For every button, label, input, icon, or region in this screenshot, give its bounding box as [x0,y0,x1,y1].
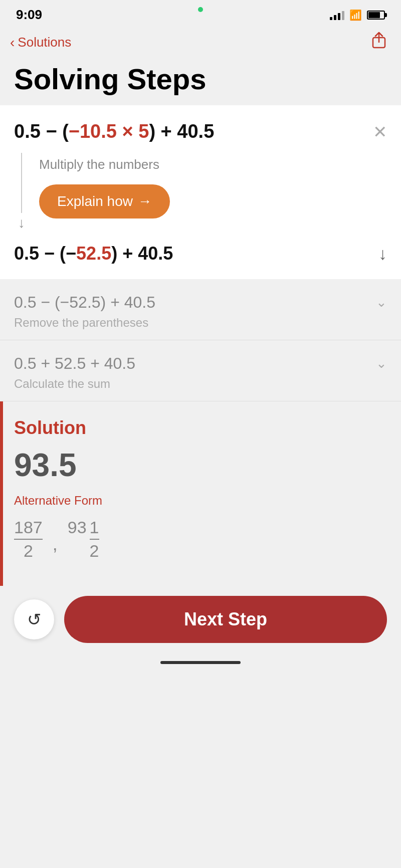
status-time: 9:09 [16,7,42,23]
step-description: Multiply the numbers [39,157,387,172]
step-line-column: ↓ [14,153,29,231]
down-arrow-icon: ↓ [18,215,25,231]
signal-icon [330,10,344,20]
collapsed-desc-2: Calculate the sum [14,377,387,391]
explain-how-button[interactable]: Explain how → [39,184,170,219]
step-expression: 0.5 − (−10.5 × 5) + 40.5 [14,120,214,143]
chevron-down-icon-1: ⌄ [376,295,387,310]
step-body: Multiply the numbers Explain how → [29,153,387,231]
page-title-area: Solving Steps [0,58,401,105]
mixed-frac-num: 1 [90,518,99,537]
chevron-down-icon-2: ⌄ [376,356,387,371]
expression-row: 0.5 − (−10.5 × 5) + 40.5 ✕ [14,120,387,143]
home-indicator [0,653,401,669]
collapsed-step-1[interactable]: 0.5 − (−52.5) + 40.5 ⌄ Remove the parent… [0,279,401,340]
alt-form-label: Alternative Form [14,494,387,508]
red-left-bar [0,401,3,586]
replay-icon: ↺ [27,609,41,629]
bottom-toolbar: ↺ Next Step [0,586,401,653]
next-step-button[interactable]: Next Step [64,596,387,643]
result-highlighted: 52.5 [76,243,111,264]
expr-highlighted: −10.5 × 5 [69,121,149,142]
vertical-line [21,153,22,213]
status-bar: 9:09 📶 [0,0,401,27]
solution-value: 93.5 [14,447,387,484]
collapsed-steps-section: 0.5 − (−52.5) + 40.5 ⌄ Remove the parent… [0,279,401,401]
mixed-frac-line [90,539,99,540]
solution-label: Solution [14,417,387,439]
mixed-fraction: 1 2 [90,518,99,561]
replay-button[interactable]: ↺ [14,599,54,639]
back-button[interactable]: ‹ Solutions [10,35,71,51]
back-label: Solutions [18,35,71,50]
active-step-card: 0.5 − (−10.5 × 5) + 40.5 ✕ ↓ Multiply th… [0,105,401,280]
collapsed-step-2[interactable]: 0.5 + 52.5 + 40.5 ⌄ Calculate the sum [0,340,401,401]
collapsed-expr-2: 0.5 + 52.5 + 40.5 ⌄ [14,354,387,373]
notification-dot [198,7,203,12]
download-icon[interactable]: ↓ [378,244,387,264]
fraction-denominator: 2 [24,541,33,561]
page-title: Solving Steps [14,63,387,95]
step-content: ↓ Multiply the numbers Explain how → [14,153,387,231]
result-expression: 0.5 − (−52.5) + 40.5 [14,243,173,264]
fraction-numerator: 187 [14,518,43,537]
mixed-number: 93 1 2 [68,518,99,561]
comma-separator: , [53,534,58,555]
close-button[interactable]: ✕ [373,122,387,142]
explain-how-label: Explain how [57,193,133,209]
home-bar [160,661,241,664]
nav-bar: ‹ Solutions [0,27,401,58]
fraction-line [14,539,43,540]
wifi-icon: 📶 [349,9,362,21]
explain-arrow-icon: → [138,193,152,209]
mixed-frac-den: 2 [90,541,99,561]
collapsed-desc-1: Remove the parentheses [14,316,387,330]
collapsed-expr-1: 0.5 − (−52.5) + 40.5 ⌄ [14,293,387,312]
solution-section: Solution 93.5 Alternative Form 187 2 , 9… [0,401,401,586]
status-icons: 📶 [330,9,385,21]
battery-icon [367,11,385,20]
result-row: 0.5 − (−52.5) + 40.5 ↓ [14,243,387,264]
fraction-187-2: 187 2 [14,518,43,561]
expr-part1: 0.5 [14,121,41,142]
back-chevron-icon: ‹ [10,35,15,51]
alt-form-values: 187 2 , 93 1 2 [14,518,387,561]
share-button[interactable] [371,32,387,53]
mixed-whole: 93 [68,518,87,537]
